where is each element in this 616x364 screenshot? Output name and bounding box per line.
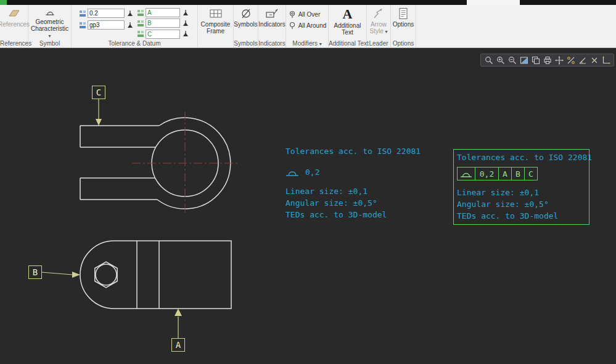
all-around-button[interactable]: All Around <box>288 20 327 30</box>
tolerance-value-input[interactable] <box>88 9 125 18</box>
tolerance-datum-group-caption: Tolerance & Datum <box>72 40 197 47</box>
ribbon: References References Geometric Characte… <box>0 5 616 48</box>
drawing-canvas[interactable]: C B A Tolerances acc. to ISO 22081 0,2 L… <box>0 48 616 363</box>
ribbon-group-options: Options Options <box>391 5 416 47</box>
datum-b-row-icon <box>137 20 144 27</box>
composite-frame-button[interactable]: Composite Frame <box>199 7 232 39</box>
tolerance-note-line: TEDs acc. to 3D-model <box>457 211 558 220</box>
tolerance-zone-icon <box>79 10 86 17</box>
indicators-group-caption: Indicators <box>258 40 285 47</box>
datum-label-b[interactable]: B <box>28 265 42 279</box>
profile-name-input[interactable] <box>88 20 125 30</box>
geometric-characteristic-label: Geometric Characteristic ▾ <box>30 18 70 39</box>
fcf-datum-c: C <box>525 167 538 180</box>
datum-label-a[interactable]: A <box>171 338 185 352</box>
chevron-down-icon: ▾ <box>385 29 388 34</box>
datum-triangle-icon <box>126 10 134 17</box>
arrow-style-button[interactable]: Arrow Style ▾ <box>368 7 389 39</box>
additional-text-button[interactable]: A Additional Text <box>330 7 365 39</box>
tolerance-note-line: Linear size: ±0,1 <box>457 188 539 197</box>
datum-triangle-icon <box>182 30 189 38</box>
tolerance-note-value: 0,2 <box>305 168 319 177</box>
indicators-button[interactable]: Indicators <box>258 7 285 39</box>
arrow-style-label: Arrow Style ▾ <box>368 21 389 35</box>
fcf-tolerance-value: 0,2 <box>475 167 499 180</box>
primary-datum-pick-button[interactable] <box>181 8 190 17</box>
ribbon-group-additional-text: A Additional Text Additional Text <box>329 5 367 47</box>
composite-frame-icon <box>209 7 223 20</box>
secondary-datum-input[interactable] <box>146 18 180 28</box>
tolerance-note[interactable]: Tolerances acc. to ISO 22081 0,2 Linear … <box>285 147 440 224</box>
active-ribbon-tab[interactable] <box>467 0 520 5</box>
all-around-icon <box>288 21 297 30</box>
ribbon-group-symbols: Symbols Symbols <box>234 5 258 47</box>
datum-a-row-icon <box>137 9 144 17</box>
ribbon-group-symbol: Geometric Characteristic ▾ Symbol <box>28 5 72 47</box>
snap-x-icon[interactable] <box>589 55 599 65</box>
tertiary-datum-pick-button[interactable] <box>181 30 190 39</box>
all-around-label: All Around <box>298 22 327 29</box>
ribbon-group-leader: Arrow Style ▾ Leader <box>367 5 391 47</box>
tolerance-note-title: Tolerances acc. to ISO 22081 <box>285 147 421 156</box>
primary-datum-input[interactable] <box>146 8 180 17</box>
ribbon-group-indicators: Indicators Indicators <box>258 5 286 47</box>
title-strip <box>0 0 616 5</box>
tolerance-note-line: TEDs acc. to 3D-model <box>285 210 387 219</box>
diameter-symbol-icon <box>239 7 253 20</box>
datum-label-c[interactable]: C <box>92 86 105 99</box>
references-label: References <box>0 21 30 28</box>
geometric-characteristic-button[interactable]: Geometric Characteristic ▾ <box>30 7 70 39</box>
additional-text-group-caption: Additional Text <box>329 40 366 47</box>
clevis-bottom-view <box>80 241 231 309</box>
print-icon[interactable] <box>542 55 552 65</box>
modifiers-group-caption[interactable]: Modifiers ▾ <box>286 40 328 47</box>
profile-group-icon <box>79 22 86 29</box>
all-over-button[interactable]: All Over <box>288 9 327 19</box>
surface-profile-icon <box>285 168 299 177</box>
all-over-icon <box>288 10 297 18</box>
tolerance-note-line: Angular size: ±0,5° <box>285 198 377 208</box>
indicators-label: Indicators <box>258 21 285 28</box>
options-document-icon <box>396 7 410 20</box>
copy-view-icon[interactable] <box>530 55 541 65</box>
datum-triangle-icon <box>182 20 189 27</box>
pan-icon[interactable] <box>554 55 564 65</box>
secondary-datum-pick-button[interactable] <box>181 18 190 28</box>
datum-c-row-icon <box>137 30 144 38</box>
options-group-caption: Options <box>391 40 416 47</box>
additional-text-icon: A <box>343 7 353 22</box>
application-window: References References Geometric Characte… <box>0 0 616 364</box>
symbol-group-caption: Symbol <box>28 40 71 47</box>
app-accent-mark <box>0 0 7 5</box>
additional-text-label: Additional Text <box>330 22 365 36</box>
all-over-label: All Over <box>298 11 321 18</box>
symbols-group-caption: Symbols <box>234 40 258 47</box>
zoom-out-icon[interactable] <box>507 55 517 65</box>
surface-profile-icon <box>457 167 475 180</box>
ribbon-group-tolerance-datum: Tolerance & Datum <box>72 5 198 47</box>
feature-control-frame[interactable]: 0,2 A B C <box>457 167 538 180</box>
snap-axis-icon[interactable] <box>601 55 611 65</box>
display-shade-icon[interactable] <box>519 55 529 65</box>
tertiary-datum-input[interactable] <box>146 30 180 39</box>
tolerance-note-title: Tolerances acc. to ISO 22081 <box>457 153 592 162</box>
snap-angle-icon[interactable] <box>577 55 588 65</box>
options-button[interactable]: Options <box>393 7 414 39</box>
view-toolbar <box>480 54 614 67</box>
tolerance-note-framed[interactable]: Tolerances acc. to ISO 22081 0,2 A B C L… <box>453 149 589 225</box>
tolerance-pick-button[interactable] <box>126 9 134 18</box>
chevron-down-icon: ▾ <box>319 41 322 47</box>
ribbon-spacer <box>416 5 616 47</box>
profile-pick-button[interactable] <box>126 20 134 30</box>
ribbon-group-references: References References <box>0 5 28 47</box>
snap-percent-icon[interactable] <box>565 55 576 65</box>
zoom-in-icon[interactable] <box>495 55 506 65</box>
zoom-window-icon[interactable] <box>483 55 494 65</box>
chevron-down-icon: ▾ <box>48 33 51 39</box>
tolerance-note-line: Linear size: ±0,1 <box>285 187 368 196</box>
symbols-button[interactable]: Symbols <box>234 7 257 39</box>
references-group-caption: References <box>0 40 28 47</box>
references-button[interactable]: References <box>0 7 30 39</box>
datum-triangle-icon <box>182 9 189 17</box>
fcf-datum-b: B <box>512 167 525 180</box>
